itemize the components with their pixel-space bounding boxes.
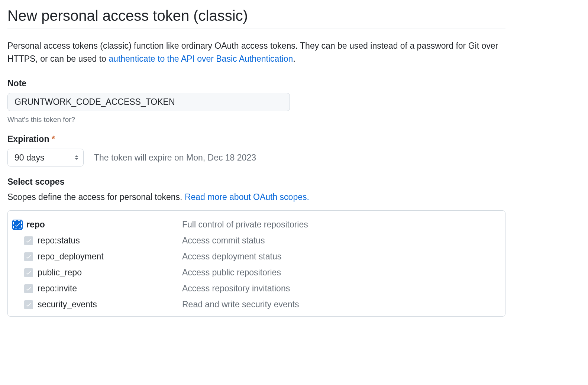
scope-desc: Access deployment status bbox=[182, 252, 281, 262]
scope-name: public_repo bbox=[38, 268, 82, 278]
scope-name: security_events bbox=[38, 300, 97, 310]
note-input[interactable] bbox=[7, 93, 290, 111]
check-icon bbox=[26, 254, 32, 260]
scope-name: repo:status bbox=[38, 236, 80, 246]
scopes-label: Select scopes bbox=[7, 177, 505, 187]
scope-desc: Access repository invitations bbox=[182, 284, 290, 294]
check-icon bbox=[26, 286, 32, 292]
scope-row-security-events: security_events Read and write security … bbox=[13, 297, 500, 313]
scope-name: repo_deployment bbox=[38, 252, 104, 262]
note-hint: What's this token for? bbox=[7, 116, 505, 124]
scope-checkbox-repo-invite[interactable] bbox=[24, 284, 33, 293]
required-star-icon: * bbox=[52, 134, 55, 144]
scope-desc: Full control of private repositories bbox=[182, 220, 308, 230]
scope-row-public-repo: public_repo Access public repositories bbox=[13, 265, 500, 281]
scope-desc: Access commit status bbox=[182, 236, 265, 246]
scope-row-repo-status: repo:status Access commit status bbox=[13, 233, 500, 249]
scope-checkbox-public-repo[interactable] bbox=[24, 268, 33, 277]
scope-row-repo-invite: repo:invite Access repository invitation… bbox=[13, 281, 500, 297]
check-icon bbox=[26, 302, 32, 308]
page-description: Personal access tokens (classic) functio… bbox=[7, 39, 505, 65]
expiration-hint: The token will expire on Mon, Dec 18 202… bbox=[94, 153, 256, 163]
check-icon bbox=[14, 222, 20, 228]
scope-name: repo:invite bbox=[38, 284, 77, 294]
note-label: Note bbox=[7, 78, 505, 88]
description-text-suffix: . bbox=[293, 54, 295, 64]
oauth-scopes-link[interactable]: Read more about OAuth scopes. bbox=[185, 192, 309, 202]
page-title: New personal access token (classic) bbox=[7, 7, 505, 29]
scopes-box: repo Full control of private repositorie… bbox=[7, 210, 505, 317]
auth-api-link[interactable]: authenticate to the API over Basic Authe… bbox=[109, 54, 293, 64]
expiration-label: Expiration * bbox=[7, 134, 505, 144]
scope-desc: Access public repositories bbox=[182, 268, 281, 278]
scopes-description: Scopes define the access for personal to… bbox=[7, 192, 505, 202]
scope-name: repo bbox=[26, 220, 45, 230]
scopes-desc-prefix: Scopes define the access for personal to… bbox=[7, 192, 185, 202]
scope-checkbox-repo-status[interactable] bbox=[24, 236, 33, 245]
scope-checkbox-security-events[interactable] bbox=[24, 300, 33, 309]
expiration-label-text: Expiration bbox=[7, 134, 49, 144]
scope-desc: Read and write security events bbox=[182, 300, 299, 310]
scope-checkbox-repo-deployment[interactable] bbox=[24, 252, 33, 261]
scope-row-repo: repo Full control of private repositorie… bbox=[13, 217, 500, 233]
check-icon bbox=[26, 238, 32, 244]
scope-row-repo-deployment: repo_deployment Access deployment status bbox=[13, 249, 500, 265]
expiration-select[interactable]: 90 days bbox=[7, 149, 84, 166]
scope-checkbox-repo[interactable] bbox=[13, 220, 22, 229]
check-icon bbox=[26, 270, 32, 276]
